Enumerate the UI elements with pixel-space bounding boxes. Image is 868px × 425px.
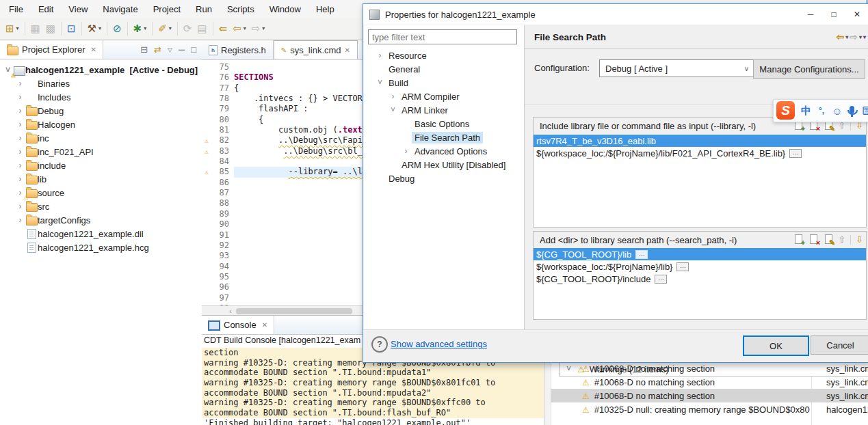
help-icon[interactable]: ? (371, 336, 388, 353)
menu-run[interactable]: Run (188, 1, 220, 17)
library-list-item[interactable]: rtsv7R4_T_be_v3D16_eabi.lib … (534, 135, 866, 147)
chevron-right-icon[interactable] (15, 133, 25, 143)
emoji-icon[interactable]: ☺ (832, 105, 842, 117)
tree-item[interactable]: Includes (0, 90, 202, 104)
filter-input[interactable] (368, 29, 517, 44)
close-tab-icon[interactable]: ✕ (345, 46, 350, 54)
tree-chevron-icon[interactable]: › (374, 51, 386, 60)
menu-help[interactable]: Help (308, 1, 342, 17)
tree-item[interactable]: Binaries (0, 77, 202, 90)
back-dropdown-icon[interactable]: ▾ (845, 34, 848, 40)
flash-icon[interactable]: ✐ (155, 20, 174, 37)
properties-tree-item[interactable]: Debug (364, 172, 523, 185)
save-all-icon[interactable]: ▩ (43, 20, 58, 37)
tree-item-project-root[interactable]: halcogen1221_example [Active - Debug] (0, 63, 202, 77)
new-wizard-icon[interactable]: ⊞ (3, 20, 22, 37)
chinese-mode-icon[interactable]: 中 (801, 105, 811, 118)
problem-row[interactable]: #10325-D null: creating memory range $BO… (551, 402, 868, 416)
edit-dir-icon[interactable]: ✎ (823, 234, 834, 245)
chevron-right-icon[interactable] (15, 215, 25, 225)
menu-scripts[interactable]: Scripts (220, 1, 262, 17)
close-view-icon[interactable]: ✕ (90, 46, 96, 53)
properties-tree-item[interactable]: Basic Options (364, 117, 523, 131)
search-path-item[interactable]: ${workspace_loc:/${ProjName}/lib} … (534, 260, 866, 273)
search-path-item[interactable]: ${CG_TOOL_ROOT}/include … (534, 273, 866, 285)
dialog-title-bar[interactable]: Properties for halcogen1221_example ─ □ … (363, 4, 868, 25)
scrollbar-thumb[interactable] (236, 308, 352, 314)
tab-project-explorer[interactable]: Project Explorer ✕ (0, 40, 103, 59)
move-up-icon[interactable]: ⇧ (838, 234, 845, 245)
configuration-select[interactable]: Debug [ Active ] ∨ (599, 59, 755, 77)
search-path-item[interactable]: ${CG_TOOL_ROOT}/lib … (534, 248, 866, 260)
view-menu-icon[interactable]: ▾ (863, 34, 866, 40)
forward-dropdown-icon[interactable]: ▾ (859, 34, 862, 40)
tree-item[interactable]: inc_F021_API (0, 145, 202, 159)
chevron-right-icon[interactable] (15, 147, 25, 156)
menu-navigate[interactable]: Navigate (95, 1, 145, 17)
tree-item[interactable]: halcogen1221_example.dil (0, 227, 202, 241)
tab-registers-h[interactable]: h Registers.h (202, 40, 274, 59)
scroll-left-icon[interactable]: ‹ (225, 307, 236, 315)
tree-item[interactable]: Debug (0, 104, 202, 118)
menu-project[interactable]: Project (146, 1, 188, 17)
menu-edit[interactable]: Edit (31, 1, 61, 17)
problem-row[interactable]: #10068-D no matching section sys_link.cm… (551, 361, 868, 375)
back-icon[interactable]: ⇦ (230, 20, 249, 37)
move-down-icon[interactable]: ⇩ (856, 234, 863, 245)
manage-configurations-button[interactable]: Manage Configurations... (753, 59, 865, 79)
sogou-logo-icon[interactable]: S (776, 101, 795, 120)
delete-dir-icon[interactable]: × (808, 234, 819, 245)
chevron-right-icon[interactable] (15, 202, 25, 211)
last-edit-location-icon[interactable]: ⇚ (216, 20, 231, 37)
ok-button[interactable]: OK (743, 335, 809, 356)
tree-chevron-icon[interactable]: › (387, 92, 399, 101)
microphone-icon[interactable] (850, 106, 854, 113)
maximize-window-icon[interactable]: □ (822, 4, 845, 25)
menu-view[interactable]: View (61, 1, 95, 17)
punctuation-icon[interactable]: °, (819, 106, 824, 115)
library-list-item[interactable]: ${workspace_loc:/${ProjName}/lib/F021_AP… (534, 147, 866, 159)
menu-file[interactable]: File (1, 1, 31, 17)
skip-breakpoints-icon[interactable]: ⊘ (110, 20, 124, 37)
tree-item[interactable]: halcogen1221_example.hcg (0, 241, 202, 254)
view-menu-icon[interactable]: ▽ (168, 46, 172, 53)
forward-icon[interactable]: ⇨ (850, 31, 858, 42)
browse-button[interactable]: … (676, 262, 689, 271)
tree-item[interactable]: targetConfigs (0, 213, 202, 227)
link-with-editor-icon[interactable]: ⇄ (154, 44, 161, 55)
tab-console[interactable]: Console ✕ (202, 316, 274, 334)
console-view-icon[interactable]: ⊡ (64, 20, 79, 37)
tree-chevron-icon[interactable]: ˅ (387, 105, 399, 115)
chevron-right-icon[interactable] (15, 174, 25, 184)
chevron-right-icon[interactable] (15, 106, 25, 115)
back-icon[interactable]: ⇦ (836, 31, 844, 42)
problem-row[interactable]: #10068-D no matching section sys_link.cm… (551, 375, 868, 389)
minimize-view-icon[interactable]: ─ (179, 44, 185, 55)
maximize-view-icon[interactable]: □ (191, 44, 196, 55)
show-advanced-settings-link[interactable]: Show advanced settings (391, 339, 487, 349)
tab-sys-link-cmd[interactable]: ✎ sys_link.cmd ✕ (274, 40, 358, 59)
add-dir-icon[interactable]: + (793, 234, 804, 245)
minimize-window-icon[interactable]: ─ (799, 4, 822, 25)
properties-tree-item[interactable]: › Advanced Options (364, 144, 523, 158)
properties-tree-item[interactable]: › Resource (364, 49, 523, 62)
refresh-icon[interactable]: ⟳ (181, 20, 195, 37)
close-console-icon[interactable]: ✕ (262, 321, 267, 329)
tree-item[interactable]: lib (0, 172, 202, 186)
browse-button[interactable]: … (635, 250, 648, 259)
cancel-button[interactable]: Cancel (811, 335, 868, 355)
chevron-right-icon[interactable] (15, 79, 25, 88)
properties-tree-item[interactable]: ˅ ARM Linker (364, 103, 523, 117)
browse-button[interactable]: … (655, 275, 667, 284)
tree-item[interactable]: include (0, 159, 202, 172)
properties-tree-item[interactable]: ˅ Build (364, 76, 523, 90)
problem-row[interactable]: #10068-D no matching section sys_link.cm… (551, 389, 868, 402)
chevron-right-icon[interactable] (15, 161, 25, 170)
chevron-right-icon[interactable] (15, 92, 25, 102)
open-element-icon[interactable]: ▤ (194, 20, 209, 37)
keyboard-icon[interactable]: ⌨ (862, 105, 868, 118)
tree-chevron-icon[interactable]: ˅ (374, 78, 386, 87)
properties-tree-item[interactable]: › ARM Compiler (364, 90, 523, 103)
properties-tree-item[interactable]: File Search Path (364, 131, 523, 144)
build-hammer-icon[interactable]: ⚒ (85, 20, 104, 37)
